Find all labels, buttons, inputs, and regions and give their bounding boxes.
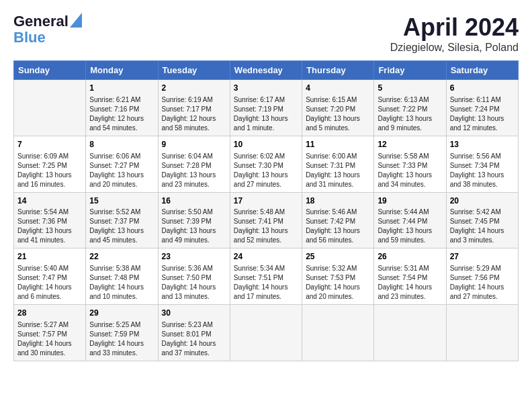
calendar-cell: 30Sunrise: 5:23 AM Sunset: 8:01 PM Dayli… — [158, 305, 230, 361]
calendar-cell: 19Sunrise: 5:44 AM Sunset: 7:44 PM Dayli… — [374, 192, 446, 248]
day-number: 23 — [162, 251, 226, 263]
cell-info: Sunrise: 6:06 AM Sunset: 7:27 PM Dayligh… — [89, 152, 154, 189]
calendar-cell: 10Sunrise: 6:02 AM Sunset: 7:30 PM Dayli… — [230, 136, 302, 192]
calendar-cell: 6Sunrise: 6:11 AM Sunset: 7:24 PM Daylig… — [446, 80, 518, 136]
cell-info: Sunrise: 6:15 AM Sunset: 7:20 PM Dayligh… — [306, 95, 370, 133]
day-number: 25 — [306, 251, 370, 263]
day-number: 18 — [306, 195, 370, 207]
calendar-cell: 29Sunrise: 5:25 AM Sunset: 7:59 PM Dayli… — [86, 305, 158, 361]
day-number: 2 — [162, 83, 226, 94]
column-header-monday: Monday — [86, 61, 158, 80]
page-header: General Blue April 2024 Dziegielow, Sile… — [13, 13, 519, 54]
cell-info: Sunrise: 6:04 AM Sunset: 7:28 PM Dayligh… — [162, 152, 226, 189]
column-header-wednesday: Wednesday — [230, 61, 302, 80]
cell-info: Sunrise: 5:44 AM Sunset: 7:44 PM Dayligh… — [378, 208, 442, 245]
cell-info: Sunrise: 5:32 AM Sunset: 7:53 PM Dayligh… — [306, 264, 370, 302]
calendar-cell: 7Sunrise: 6:09 AM Sunset: 7:25 PM Daylig… — [14, 136, 86, 192]
day-number: 5 — [378, 83, 442, 94]
month-title: April 2024 — [390, 13, 519, 42]
cell-info: Sunrise: 5:52 AM Sunset: 7:37 PM Dayligh… — [89, 208, 154, 245]
cell-info: Sunrise: 6:02 AM Sunset: 7:30 PM Dayligh… — [234, 152, 298, 189]
calendar-header: SundayMondayTuesdayWednesdayThursdayFrid… — [14, 61, 519, 80]
logo-text-general: General — [13, 13, 69, 30]
logo: General Blue — [13, 13, 82, 46]
logo-arrow-icon — [70, 13, 82, 28]
day-number: 28 — [17, 308, 82, 319]
cell-info: Sunrise: 5:46 AM Sunset: 7:42 PM Dayligh… — [306, 208, 370, 245]
calendar-cell — [230, 305, 302, 361]
day-number: 10 — [234, 139, 298, 150]
calendar-cell: 12Sunrise: 5:58 AM Sunset: 7:33 PM Dayli… — [374, 136, 446, 192]
cell-info: Sunrise: 5:40 AM Sunset: 7:47 PM Dayligh… — [17, 264, 82, 302]
cell-info: Sunrise: 5:25 AM Sunset: 7:59 PM Dayligh… — [89, 320, 154, 358]
day-number: 14 — [17, 195, 82, 207]
day-number: 7 — [17, 139, 82, 150]
day-number: 22 — [89, 251, 154, 263]
header-row: SundayMondayTuesdayWednesdayThursdayFrid… — [14, 61, 519, 80]
calendar-cell: 4Sunrise: 6:15 AM Sunset: 7:20 PM Daylig… — [302, 80, 374, 136]
day-number: 26 — [378, 251, 442, 263]
calendar-cell: 23Sunrise: 5:36 AM Sunset: 7:50 PM Dayli… — [158, 248, 230, 305]
cell-info: Sunrise: 5:54 AM Sunset: 7:36 PM Dayligh… — [17, 208, 82, 245]
cell-info: Sunrise: 5:50 AM Sunset: 7:39 PM Dayligh… — [162, 208, 226, 245]
calendar-cell: 25Sunrise: 5:32 AM Sunset: 7:53 PM Dayli… — [302, 248, 374, 305]
calendar-cell — [446, 305, 518, 361]
calendar-cell: 20Sunrise: 5:42 AM Sunset: 7:45 PM Dayli… — [446, 192, 518, 248]
calendar-table: SundayMondayTuesdayWednesdayThursdayFrid… — [13, 60, 519, 361]
calendar-cell: 24Sunrise: 5:34 AM Sunset: 7:51 PM Dayli… — [230, 248, 302, 305]
calendar-body: 1Sunrise: 6:21 AM Sunset: 7:16 PM Daylig… — [14, 80, 519, 361]
calendar-cell: 17Sunrise: 5:48 AM Sunset: 7:41 PM Dayli… — [230, 192, 302, 248]
calendar-cell: 28Sunrise: 5:27 AM Sunset: 7:57 PM Dayli… — [14, 305, 86, 361]
calendar-cell: 2Sunrise: 6:19 AM Sunset: 7:17 PM Daylig… — [158, 80, 230, 136]
cell-info: Sunrise: 6:13 AM Sunset: 7:22 PM Dayligh… — [378, 95, 442, 133]
day-number: 8 — [89, 139, 154, 150]
day-number: 13 — [450, 139, 515, 150]
day-number: 6 — [450, 83, 515, 94]
cell-info: Sunrise: 5:29 AM Sunset: 7:56 PM Dayligh… — [450, 264, 515, 302]
day-number: 11 — [306, 139, 370, 150]
day-number: 12 — [378, 139, 442, 150]
cell-info: Sunrise: 6:11 AM Sunset: 7:24 PM Dayligh… — [450, 95, 515, 133]
day-number: 1 — [89, 83, 154, 94]
calendar-cell: 21Sunrise: 5:40 AM Sunset: 7:47 PM Dayli… — [14, 248, 86, 305]
cell-info: Sunrise: 6:09 AM Sunset: 7:25 PM Dayligh… — [17, 152, 82, 189]
week-row: 7Sunrise: 6:09 AM Sunset: 7:25 PM Daylig… — [14, 136, 519, 192]
calendar-cell: 16Sunrise: 5:50 AM Sunset: 7:39 PM Dayli… — [158, 192, 230, 248]
calendar-cell: 13Sunrise: 5:56 AM Sunset: 7:34 PM Dayli… — [446, 136, 518, 192]
cell-info: Sunrise: 5:34 AM Sunset: 7:51 PM Dayligh… — [234, 264, 298, 302]
day-number: 30 — [162, 308, 226, 319]
logo-text-blue: Blue — [13, 30, 46, 46]
week-row: 28Sunrise: 5:27 AM Sunset: 7:57 PM Dayli… — [14, 305, 519, 361]
day-number: 20 — [450, 195, 515, 207]
column-header-tuesday: Tuesday — [158, 61, 230, 80]
week-row: 21Sunrise: 5:40 AM Sunset: 7:47 PM Dayli… — [14, 248, 519, 305]
day-number: 15 — [89, 195, 154, 207]
day-number: 17 — [234, 195, 298, 207]
cell-info: Sunrise: 5:27 AM Sunset: 7:57 PM Dayligh… — [17, 320, 82, 358]
calendar-cell: 3Sunrise: 6:17 AM Sunset: 7:19 PM Daylig… — [230, 80, 302, 136]
calendar-cell: 27Sunrise: 5:29 AM Sunset: 7:56 PM Dayli… — [446, 248, 518, 305]
day-number: 3 — [234, 83, 298, 94]
day-number: 21 — [17, 251, 82, 263]
cell-info: Sunrise: 5:48 AM Sunset: 7:41 PM Dayligh… — [234, 208, 298, 245]
calendar-cell: 8Sunrise: 6:06 AM Sunset: 7:27 PM Daylig… — [86, 136, 158, 192]
cell-info: Sunrise: 6:21 AM Sunset: 7:16 PM Dayligh… — [89, 95, 154, 133]
column-header-friday: Friday — [374, 61, 446, 80]
calendar-cell: 18Sunrise: 5:46 AM Sunset: 7:42 PM Dayli… — [302, 192, 374, 248]
cell-info: Sunrise: 5:31 AM Sunset: 7:54 PM Dayligh… — [378, 264, 442, 302]
cell-info: Sunrise: 5:56 AM Sunset: 7:34 PM Dayligh… — [450, 152, 515, 189]
calendar-cell: 9Sunrise: 6:04 AM Sunset: 7:28 PM Daylig… — [158, 136, 230, 192]
day-number: 19 — [378, 195, 442, 207]
calendar-cell: 26Sunrise: 5:31 AM Sunset: 7:54 PM Dayli… — [374, 248, 446, 305]
day-number: 27 — [450, 251, 515, 263]
cell-info: Sunrise: 5:23 AM Sunset: 8:01 PM Dayligh… — [162, 320, 226, 358]
day-number: 16 — [162, 195, 226, 207]
day-number: 24 — [234, 251, 298, 263]
cell-info: Sunrise: 6:17 AM Sunset: 7:19 PM Dayligh… — [234, 95, 298, 133]
week-row: 1Sunrise: 6:21 AM Sunset: 7:16 PM Daylig… — [14, 80, 519, 136]
column-header-thursday: Thursday — [302, 61, 374, 80]
column-header-saturday: Saturday — [446, 61, 518, 80]
calendar-cell: 22Sunrise: 5:38 AM Sunset: 7:48 PM Dayli… — [86, 248, 158, 305]
cell-info: Sunrise: 6:00 AM Sunset: 7:31 PM Dayligh… — [306, 152, 370, 189]
title-block: April 2024 Dziegielow, Silesia, Poland — [390, 13, 519, 54]
